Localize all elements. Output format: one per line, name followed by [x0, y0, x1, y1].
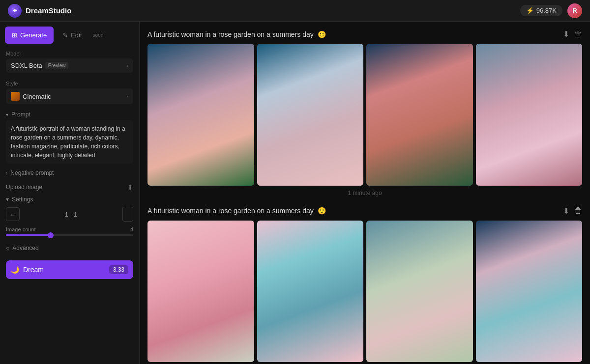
- model-chevron-icon: ›: [126, 62, 128, 69]
- prompt-label: Prompt: [11, 111, 30, 118]
- image-2-2[interactable]: [257, 221, 364, 363]
- gen-header-1: A futuristic woman in a rose garden on a…: [148, 29, 582, 39]
- gen-emoji-icon-1[interactable]: 🙂: [318, 30, 326, 38]
- aspect-ratio-value: 1 · 1: [65, 211, 77, 218]
- image-1-3[interactable]: [366, 44, 473, 186]
- generation-group-1: A futuristic woman in a rose garden on a…: [148, 29, 582, 196]
- gen-prompt-2: A futuristic woman in a rose garden on a…: [148, 207, 314, 215]
- negative-prompt-label: Negative prompt: [10, 169, 54, 176]
- advanced-row[interactable]: ○ Advanced: [0, 241, 139, 255]
- image-2-3[interactable]: [366, 221, 473, 363]
- style-thumbnail: [11, 92, 20, 101]
- prompt-input[interactable]: A futuristic portrait of a woman standin…: [6, 120, 133, 164]
- image-count-label: Image count: [6, 226, 36, 232]
- upload-image-row[interactable]: Upload image ⬆: [0, 180, 139, 194]
- topbar-right: ⚡ 96.87K R: [520, 3, 582, 18]
- aspect-portrait-icon[interactable]: [122, 207, 133, 222]
- tab-row: ⊞ Generate ✎ Edit soon: [0, 22, 139, 47]
- credits-value: 96.87K: [536, 7, 557, 14]
- slider-fill: [6, 234, 51, 236]
- model-value: SDXL Beta: [11, 62, 42, 69]
- main-layout: ⊞ Generate ✎ Edit soon Model SDXL Beta P…: [0, 22, 590, 364]
- download-button-2[interactable]: ⬇: [563, 206, 569, 216]
- generate-tab[interactable]: ⊞ Generate: [5, 27, 54, 44]
- delete-button-2[interactable]: 🗑: [574, 206, 582, 215]
- content-area: A futuristic woman in a rose garden on a…: [140, 22, 590, 364]
- generation-group-2: A futuristic woman in a rose garden on a…: [148, 206, 582, 364]
- slider-thumb: [48, 232, 54, 238]
- image-1-1[interactable]: [148, 44, 254, 186]
- negative-prompt-row[interactable]: › Negative prompt: [0, 166, 139, 180]
- dream-icon: 🌙: [11, 266, 19, 274]
- image-1-4[interactable]: [476, 44, 583, 186]
- avatar[interactable]: R: [567, 3, 582, 18]
- dream-button-wrap: 🌙 Dream 3.33: [0, 255, 139, 284]
- download-button-1[interactable]: ⬇: [563, 29, 569, 39]
- settings-header[interactable]: ▾ Settings: [6, 196, 133, 203]
- edit-icon: ✎: [62, 31, 68, 39]
- lightning-icon: ⚡: [526, 7, 534, 14]
- image-grid-2: [148, 221, 582, 363]
- negative-prompt-arrow-icon: ›: [6, 170, 7, 176]
- image-2-1[interactable]: [148, 221, 254, 363]
- grid-icon: ⊞: [12, 31, 17, 39]
- sidebar: ⊞ Generate ✎ Edit soon Model SDXL Beta P…: [0, 22, 140, 364]
- aspect-landscape-icon[interactable]: ▭: [6, 207, 20, 221]
- credits-display: ⚡ 96.87K: [520, 5, 562, 16]
- advanced-label: Advanced: [12, 245, 38, 252]
- dream-cost-badge: 3.33: [109, 265, 128, 274]
- gen-header-2: A futuristic woman in a rose garden on a…: [148, 206, 582, 216]
- app-title: DreamStudio: [26, 6, 71, 15]
- dream-button[interactable]: 🌙 Dream 3.33: [6, 260, 133, 279]
- image-count-value: 4: [130, 226, 133, 232]
- style-value: Cinematic: [23, 93, 51, 100]
- aspect-ratio-row: ▭ 1 · 1: [6, 207, 133, 222]
- dream-label: Dream: [23, 266, 44, 274]
- image-1-2[interactable]: [257, 44, 364, 186]
- timestamp-1: 1 minute ago: [148, 190, 582, 196]
- style-label: Style: [6, 81, 133, 86]
- settings-label: Settings: [12, 196, 33, 203]
- model-preview-badge: Preview: [45, 62, 69, 69]
- gen-emoji-icon-2[interactable]: 🙂: [318, 207, 326, 215]
- image-grid-1: [148, 44, 582, 186]
- topbar-left: ✦ DreamStudio: [8, 4, 71, 18]
- style-section: Style Cinematic ›: [0, 77, 139, 108]
- gen-prompt-1: A futuristic woman in a rose garden on a…: [148, 30, 314, 38]
- model-selector[interactable]: SDXL Beta Preview ›: [6, 58, 133, 73]
- image-count-slider: Image count 4: [6, 226, 133, 236]
- style-chevron-icon: ›: [126, 93, 128, 100]
- edit-tab[interactable]: ✎ Edit soon: [56, 27, 117, 44]
- slider-track[interactable]: [6, 234, 133, 236]
- model-label: Model: [6, 51, 133, 56]
- prompt-header[interactable]: ▾ Prompt: [6, 111, 133, 118]
- settings-arrow-icon: ▾: [6, 196, 9, 203]
- advanced-arrow-icon: ○: [6, 245, 9, 252]
- prompt-section: ▾ Prompt A futuristic portrait of a woma…: [0, 108, 139, 166]
- app-logo: ✦: [8, 4, 22, 18]
- soon-badge: soon: [86, 29, 111, 41]
- upload-icon: ⬆: [127, 183, 133, 191]
- prompt-arrow-icon: ▾: [6, 112, 8, 117]
- settings-section: ▾ Settings ▭ 1 · 1 Image count 4: [0, 194, 139, 241]
- image-2-4[interactable]: [476, 221, 583, 363]
- topbar: ✦ DreamStudio ⚡ 96.87K R: [0, 0, 590, 22]
- style-selector[interactable]: Cinematic ›: [6, 88, 133, 104]
- upload-image-label: Upload image: [6, 184, 42, 191]
- model-section: Model SDXL Beta Preview ›: [0, 47, 139, 77]
- delete-button-1[interactable]: 🗑: [574, 30, 582, 39]
